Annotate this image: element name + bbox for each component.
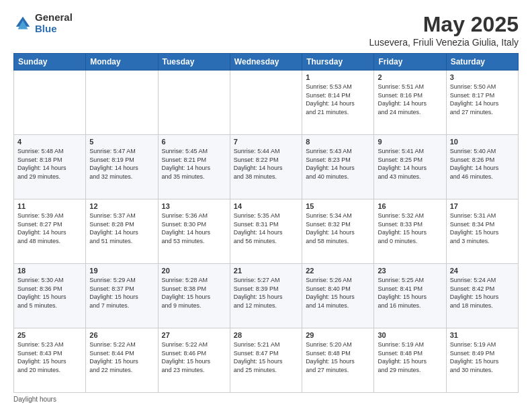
day-info: Sunrise: 5:27 AM Sunset: 8:39 PM Dayligh… bbox=[234, 276, 298, 310]
day-number: 11 bbox=[17, 202, 82, 210]
day-info: Sunrise: 5:43 AM Sunset: 8:23 PM Dayligh… bbox=[306, 147, 370, 181]
calendar-day-header: Wednesday bbox=[230, 54, 302, 71]
calendar-week-row: 1Sunrise: 5:53 AM Sunset: 8:14 PM Daylig… bbox=[14, 71, 519, 135]
calendar-cell: 1Sunrise: 5:53 AM Sunset: 8:14 PM Daylig… bbox=[302, 71, 374, 135]
day-number: 8 bbox=[306, 138, 370, 146]
logo: General Blue bbox=[13, 12, 73, 34]
day-number: 1 bbox=[306, 73, 370, 81]
day-info: Sunrise: 5:44 AM Sunset: 8:22 PM Dayligh… bbox=[234, 147, 298, 181]
day-info: Sunrise: 5:53 AM Sunset: 8:14 PM Dayligh… bbox=[306, 83, 370, 116]
calendar-day-header: Monday bbox=[86, 54, 158, 71]
day-number: 22 bbox=[306, 267, 370, 275]
calendar-week-row: 18Sunrise: 5:30 AM Sunset: 8:36 PM Dayli… bbox=[14, 264, 519, 328]
calendar-cell: 5Sunrise: 5:47 AM Sunset: 8:19 PM Daylig… bbox=[86, 135, 158, 199]
day-number: 6 bbox=[162, 138, 226, 146]
calendar-table: SundayMondayTuesdayWednesdayThursdayFrid… bbox=[13, 53, 519, 393]
day-info: Sunrise: 5:20 AM Sunset: 8:48 PM Dayligh… bbox=[306, 340, 370, 374]
calendar-cell: 12Sunrise: 5:37 AM Sunset: 8:28 PM Dayli… bbox=[86, 199, 158, 264]
day-number: 19 bbox=[89, 267, 154, 275]
day-number: 7 bbox=[234, 138, 298, 146]
calendar-cell: 23Sunrise: 5:25 AM Sunset: 8:41 PM Dayli… bbox=[374, 264, 446, 328]
day-number: 3 bbox=[450, 73, 515, 81]
calendar-cell: 8Sunrise: 5:43 AM Sunset: 8:23 PM Daylig… bbox=[302, 135, 374, 199]
logo-blue: Blue bbox=[35, 24, 73, 35]
day-number: 2 bbox=[378, 73, 442, 81]
day-number: 30 bbox=[378, 331, 442, 339]
calendar-cell bbox=[14, 71, 86, 135]
calendar-week-row: 4Sunrise: 5:48 AM Sunset: 8:18 PM Daylig… bbox=[14, 135, 519, 199]
calendar-cell: 14Sunrise: 5:35 AM Sunset: 8:31 PM Dayli… bbox=[230, 199, 302, 264]
subtitle: Lusevera, Friuli Venezia Giulia, Italy bbox=[369, 37, 519, 48]
day-number: 31 bbox=[450, 331, 515, 339]
calendar-cell: 9Sunrise: 5:41 AM Sunset: 8:25 PM Daylig… bbox=[374, 135, 446, 199]
day-number: 23 bbox=[378, 267, 442, 275]
calendar-cell: 20Sunrise: 5:28 AM Sunset: 8:38 PM Dayli… bbox=[158, 264, 230, 328]
day-number: 18 bbox=[17, 267, 82, 275]
calendar-cell bbox=[230, 71, 302, 135]
day-number: 10 bbox=[450, 138, 515, 146]
day-info: Sunrise: 5:26 AM Sunset: 8:40 PM Dayligh… bbox=[306, 276, 370, 310]
calendar-day-header: Thursday bbox=[302, 54, 374, 71]
calendar-cell: 30Sunrise: 5:19 AM Sunset: 8:48 PM Dayli… bbox=[374, 328, 446, 393]
calendar-cell: 11Sunrise: 5:39 AM Sunset: 8:27 PM Dayli… bbox=[14, 199, 86, 264]
calendar-cell: 3Sunrise: 5:50 AM Sunset: 8:17 PM Daylig… bbox=[446, 71, 518, 135]
calendar-cell: 21Sunrise: 5:27 AM Sunset: 8:39 PM Dayli… bbox=[230, 264, 302, 328]
day-number: 20 bbox=[162, 267, 226, 275]
calendar-cell: 17Sunrise: 5:31 AM Sunset: 8:34 PM Dayli… bbox=[446, 199, 518, 264]
calendar-cell: 19Sunrise: 5:29 AM Sunset: 8:37 PM Dayli… bbox=[86, 264, 158, 328]
title-section: May 2025 Lusevera, Friuli Venezia Giulia… bbox=[369, 12, 519, 48]
calendar-cell bbox=[86, 71, 158, 135]
logo-icon bbox=[13, 14, 32, 33]
day-info: Sunrise: 5:32 AM Sunset: 8:33 PM Dayligh… bbox=[378, 212, 442, 245]
day-info: Sunrise: 5:39 AM Sunset: 8:27 PM Dayligh… bbox=[17, 212, 82, 245]
day-info: Sunrise: 5:19 AM Sunset: 8:48 PM Dayligh… bbox=[378, 340, 442, 374]
logo-general: General bbox=[35, 12, 73, 24]
day-number: 26 bbox=[89, 331, 154, 339]
calendar-cell: 2Sunrise: 5:51 AM Sunset: 8:16 PM Daylig… bbox=[374, 71, 446, 135]
day-number: 16 bbox=[378, 202, 442, 210]
day-number: 12 bbox=[89, 202, 154, 210]
calendar-day-header: Saturday bbox=[446, 54, 518, 71]
day-info: Sunrise: 5:23 AM Sunset: 8:43 PM Dayligh… bbox=[17, 340, 82, 374]
calendar-cell: 6Sunrise: 5:45 AM Sunset: 8:21 PM Daylig… bbox=[158, 135, 230, 199]
day-info: Sunrise: 5:29 AM Sunset: 8:37 PM Dayligh… bbox=[89, 276, 154, 310]
day-info: Sunrise: 5:35 AM Sunset: 8:31 PM Dayligh… bbox=[234, 212, 298, 245]
calendar-cell: 27Sunrise: 5:22 AM Sunset: 8:46 PM Dayli… bbox=[158, 328, 230, 393]
calendar-cell: 4Sunrise: 5:48 AM Sunset: 8:18 PM Daylig… bbox=[14, 135, 86, 199]
calendar-cell: 7Sunrise: 5:44 AM Sunset: 8:22 PM Daylig… bbox=[230, 135, 302, 199]
calendar-header-row: SundayMondayTuesdayWednesdayThursdayFrid… bbox=[14, 54, 519, 71]
day-info: Sunrise: 5:31 AM Sunset: 8:34 PM Dayligh… bbox=[450, 212, 515, 245]
calendar-cell: 31Sunrise: 5:19 AM Sunset: 8:49 PM Dayli… bbox=[446, 328, 518, 393]
day-info: Sunrise: 5:22 AM Sunset: 8:46 PM Dayligh… bbox=[162, 340, 226, 374]
calendar-day-header: Tuesday bbox=[158, 54, 230, 71]
day-info: Sunrise: 5:47 AM Sunset: 8:19 PM Dayligh… bbox=[89, 147, 154, 181]
day-number: 9 bbox=[378, 138, 442, 146]
day-info: Sunrise: 5:48 AM Sunset: 8:18 PM Dayligh… bbox=[17, 147, 82, 181]
day-info: Sunrise: 5:51 AM Sunset: 8:16 PM Dayligh… bbox=[378, 83, 442, 116]
day-info: Sunrise: 5:19 AM Sunset: 8:49 PM Dayligh… bbox=[450, 340, 515, 374]
day-number: 29 bbox=[306, 331, 370, 339]
calendar-cell: 25Sunrise: 5:23 AM Sunset: 8:43 PM Dayli… bbox=[14, 328, 86, 393]
header: General Blue May 2025 Lusevera, Friuli V… bbox=[13, 12, 519, 48]
calendar-week-row: 25Sunrise: 5:23 AM Sunset: 8:43 PM Dayli… bbox=[14, 328, 519, 393]
calendar-cell: 15Sunrise: 5:34 AM Sunset: 8:32 PM Dayli… bbox=[302, 199, 374, 264]
day-info: Sunrise: 5:36 AM Sunset: 8:30 PM Dayligh… bbox=[162, 212, 226, 245]
day-info: Sunrise: 5:22 AM Sunset: 8:44 PM Dayligh… bbox=[89, 340, 154, 374]
calendar-cell: 24Sunrise: 5:24 AM Sunset: 8:42 PM Dayli… bbox=[446, 264, 518, 328]
day-number: 15 bbox=[306, 202, 370, 210]
calendar-day-header: Sunday bbox=[14, 54, 86, 71]
day-info: Sunrise: 5:24 AM Sunset: 8:42 PM Dayligh… bbox=[450, 276, 515, 310]
day-number: 27 bbox=[162, 331, 226, 339]
day-number: 14 bbox=[234, 202, 298, 210]
calendar-cell: 29Sunrise: 5:20 AM Sunset: 8:48 PM Dayli… bbox=[302, 328, 374, 393]
day-number: 4 bbox=[17, 138, 82, 146]
day-info: Sunrise: 5:41 AM Sunset: 8:25 PM Dayligh… bbox=[378, 147, 442, 181]
day-info: Sunrise: 5:28 AM Sunset: 8:38 PM Dayligh… bbox=[162, 276, 226, 310]
day-number: 28 bbox=[234, 331, 298, 339]
calendar-cell: 26Sunrise: 5:22 AM Sunset: 8:44 PM Dayli… bbox=[86, 328, 158, 393]
calendar-day-header: Friday bbox=[374, 54, 446, 71]
calendar-cell: 13Sunrise: 5:36 AM Sunset: 8:30 PM Dayli… bbox=[158, 199, 230, 264]
day-info: Sunrise: 5:45 AM Sunset: 8:21 PM Dayligh… bbox=[162, 147, 226, 181]
day-info: Sunrise: 5:34 AM Sunset: 8:32 PM Dayligh… bbox=[306, 212, 370, 245]
page: General Blue May 2025 Lusevera, Friuli V… bbox=[0, 0, 532, 411]
